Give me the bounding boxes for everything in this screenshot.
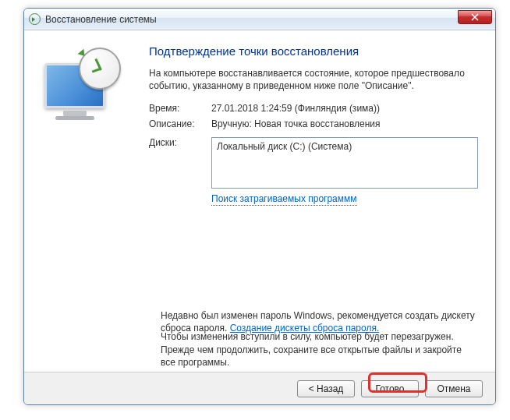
sidebar xyxy=(24,30,149,370)
reboot-warning: Чтобы изменения вступили в силу, компьют… xyxy=(161,330,478,369)
cancel-button[interactable]: Отмена xyxy=(425,380,483,397)
system-restore-icon xyxy=(29,13,41,26)
dialog-window: Восстановление системы Подтверждение точ… xyxy=(23,8,496,405)
affected-programs-row: Поиск затрагиваемых программм xyxy=(211,193,478,204)
description-label: Описание: xyxy=(149,118,211,129)
page-heading: Подтверждение точки восстановления xyxy=(149,44,478,58)
disks-label: Диски: xyxy=(149,137,211,189)
restore-illustration-icon xyxy=(38,46,124,132)
close-icon xyxy=(471,13,479,21)
back-button[interactable]: < Назад xyxy=(297,380,355,397)
time-value: 27.01.2018 1:24:59 (Финляндия (зима)) xyxy=(211,103,478,114)
description-row: Описание: Вручную: Новая точка восстанов… xyxy=(149,118,478,129)
disks-row: Диски: Локальный диск (C:) (Система) xyxy=(149,137,478,189)
disks-value: Локальный диск (C:) (Система) xyxy=(217,141,352,152)
description-value: Вручную: Новая точка восстановления xyxy=(211,118,478,129)
time-label: Время: xyxy=(149,103,211,114)
intro-text: На компьютере восстанавливается состояни… xyxy=(149,67,478,92)
button-bar: < Назад Готово Отмена xyxy=(24,372,495,404)
close-button[interactable] xyxy=(458,10,492,24)
disks-listbox[interactable]: Локальный диск (C:) (Система) xyxy=(211,137,478,189)
time-row: Время: 27.01.2018 1:24:59 (Финляндия (зи… xyxy=(149,103,478,114)
scan-affected-programs-link[interactable]: Поиск затрагиваемых программм xyxy=(211,193,357,206)
titlebar: Восстановление системы xyxy=(24,9,495,30)
finish-button[interactable]: Готово xyxy=(361,380,419,397)
window-title: Восстановление системы xyxy=(45,14,157,25)
